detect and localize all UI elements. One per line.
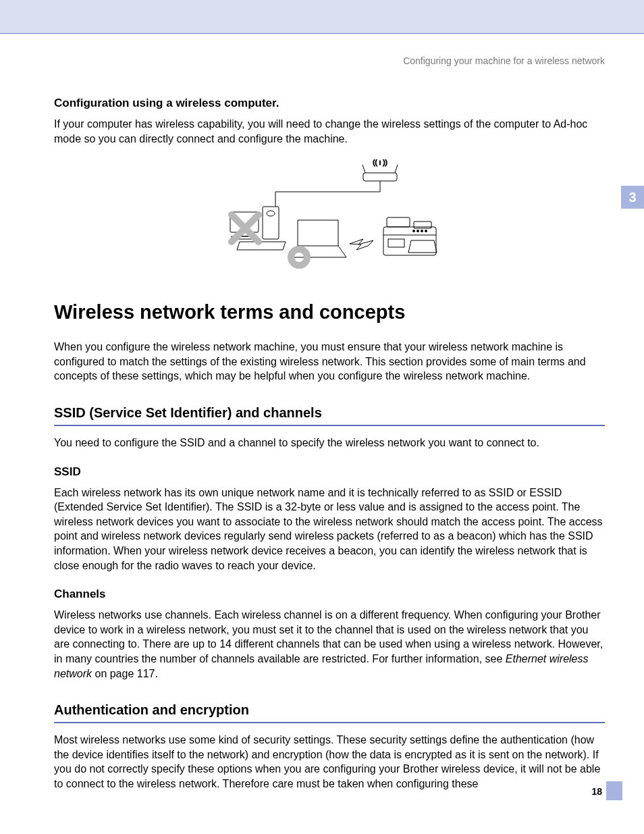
svg-point-17: [413, 230, 415, 232]
channels-body-post: on page 117.: [92, 668, 158, 679]
ssid-heading: SSID: [54, 465, 605, 479]
svg-line-2: [395, 165, 398, 173]
running-header: Configuring your machine for a wireless …: [0, 55, 605, 66]
ssid-body: Each wireless network has its own unique…: [54, 486, 605, 573]
ssid-channels-lead: You need to configure the SSID and a cha…: [54, 436, 605, 450]
main-heading: Wireless network terms and concepts: [54, 301, 605, 323]
page-number-accent: [606, 781, 622, 800]
top-header-band: [0, 0, 644, 34]
svg-line-1: [363, 165, 365, 173]
svg-point-8: [267, 211, 275, 216]
network-diagram: (( ı )): [211, 159, 448, 274]
svg-rect-7: [263, 207, 279, 239]
auth-encryption-heading: Authentication and encryption: [54, 702, 605, 723]
page-content: Configuration using a wireless computer.…: [0, 97, 644, 791]
svg-rect-0: [363, 173, 397, 181]
intro-paragraph: When you configure the wireless network …: [54, 340, 605, 384]
config-wireless-computer-body: If your computer has wireless capability…: [54, 117, 605, 146]
chapter-number: 3: [628, 190, 636, 205]
svg-text:(( ı )): (( ı )): [373, 159, 387, 166]
channels-heading: Channels: [54, 588, 605, 601]
svg-point-19: [421, 230, 423, 232]
channels-body: Wireless networks use channels. Each wir…: [54, 608, 605, 681]
config-wireless-computer-heading: Configuration using a wireless computer.: [54, 97, 605, 110]
svg-point-18: [417, 230, 419, 232]
ssid-channels-heading: SSID (Service Set Identifier) and channe…: [54, 405, 605, 426]
svg-rect-13: [387, 217, 410, 227]
page-number: 18: [591, 786, 602, 797]
svg-point-20: [425, 230, 427, 232]
svg-rect-12: [383, 227, 436, 255]
auth-encryption-body: Most wireless networks use some kind of …: [54, 733, 605, 791]
chapter-number-tab: 3: [621, 186, 644, 209]
svg-rect-15: [388, 239, 404, 247]
